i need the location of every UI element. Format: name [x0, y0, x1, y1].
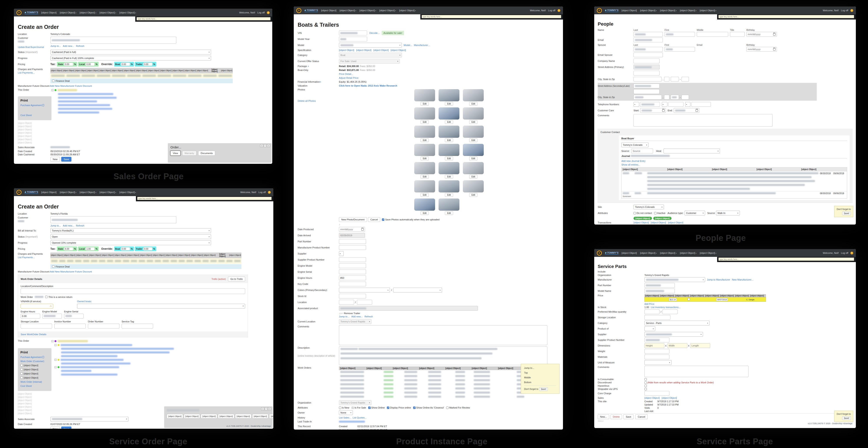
nav-item[interactable]: [object Object] [379, 9, 396, 12]
wo-row[interactable] [339, 391, 526, 395]
trailer-override-input[interactable] [143, 63, 152, 66]
journal-row[interactable]: Sorensen 08/30/2018 09/06/2018 [622, 191, 847, 198]
organization-select[interactable]: Tommy's Grand Rapids▾ [339, 400, 371, 405]
expand-icon[interactable]: ^ [264, 144, 267, 147]
minimize-icon[interactable]: v [260, 144, 263, 147]
spouse-birthday-field[interactable] [748, 48, 765, 50]
materials-input[interactable] [644, 354, 669, 359]
autosave-checkbox[interactable] [382, 218, 384, 221]
trailer-override-input[interactable] [143, 247, 152, 250]
audience-select[interactable]: Customer▾ [685, 211, 705, 215]
tree-collapse-icon[interactable]: − [55, 359, 57, 361]
cancel-upload-button[interactable]: Cancel [368, 217, 380, 222]
print-option-checkbox[interactable] [21, 364, 23, 367]
name-middle-input[interactable] [697, 32, 728, 37]
city-input[interactable] [633, 77, 662, 81]
jump-to-link[interactable]: Jump to... [339, 315, 349, 318]
nav-item[interactable]: [object Object] [399, 9, 416, 12]
save-button[interactable]: Save [61, 426, 71, 429]
purchase-agreement-link[interactable]: Purchase Agreement [21, 356, 49, 358]
show-all-entries-link[interactable]: Show all entries.. [621, 163, 847, 166]
price-from-value[interactable]: 09/07/2019 [716, 298, 728, 301]
street-address-primary-input[interactable] [633, 65, 659, 69]
edit-photo-button[interactable]: Edit [445, 120, 453, 124]
add-new-link[interactable]: Add new... [63, 45, 74, 47]
vin-input[interactable] [339, 31, 367, 35]
engine-hours-input[interactable] [339, 276, 366, 280]
city2-input[interactable] [633, 95, 662, 100]
jump-manufacturer-link[interactable]: Jump to Manufacturer [707, 278, 730, 281]
comments-textarea[interactable] [633, 114, 772, 127]
name-title-input[interactable] [730, 32, 745, 37]
use-fixed-checkbox[interactable] [688, 298, 690, 301]
nada-link[interactable]: Click here to Open Nada: 2013 Axis Wake … [339, 84, 397, 87]
save-button[interactable]: Save [61, 157, 71, 162]
wo-customer-link[interactable]: Work Order (Customer) [21, 360, 49, 363]
new-button[interactable]: New... [598, 414, 609, 419]
widget-button[interactable]: [object Object] [167, 414, 183, 418]
engine-hours-input[interactable] [21, 314, 40, 318]
attribute-checkbox[interactable] [413, 407, 415, 409]
nav-item[interactable]: [object Object] [700, 9, 716, 12]
model-name-input[interactable] [644, 288, 675, 293]
wo-internal-link[interactable]: Work Order (Internal) [21, 381, 49, 383]
state-tax-input[interactable] [64, 63, 73, 66]
engine-model-input[interactable] [339, 263, 366, 268]
spouse-birthday-input[interactable] [746, 47, 777, 51]
list-payments-link[interactable]: List Payments... [18, 71, 50, 74]
nav-item[interactable]: [object Object] [622, 252, 637, 254]
tree-collapse-icon[interactable]: − [55, 366, 57, 368]
edit-photo-button[interactable]: Edit [469, 102, 477, 106]
model-year-input[interactable] [339, 37, 367, 41]
wo-row[interactable] [339, 378, 526, 382]
tree-collapse-icon[interactable]: − [52, 340, 54, 342]
progress-select[interactable]: Cashiered (Paid in Full) 100% complete▾ [50, 56, 211, 61]
logoff-link[interactable]: Log off [841, 9, 848, 12]
boat-override-input[interactable] [121, 63, 130, 66]
engine-serial-input[interactable] [64, 314, 84, 318]
stock-id-input[interactable] [339, 294, 366, 299]
edit-photo-button[interactable]: Edit [469, 157, 477, 160]
nav-item[interactable]: [object Object] [700, 252, 716, 254]
widget-button[interactable]: [object Object] [201, 414, 217, 418]
purchase-agreement-link[interactable]: Purchase Agreement [21, 104, 49, 106]
storage-location-input[interactable] [21, 324, 52, 329]
state2-input[interactable] [664, 95, 669, 100]
nav-item[interactable]: [object Object] [622, 9, 637, 12]
nav-item[interactable]: [object Object] [660, 252, 677, 254]
nav-item[interactable]: [object Object] [640, 9, 657, 12]
date-produced-input[interactable] [339, 227, 365, 232]
nav-item[interactable]: [object Object] [119, 11, 136, 14]
add-price-link[interactable]: Add Price [644, 303, 766, 305]
loc-comment-input[interactable] [21, 288, 245, 294]
list-sales-link[interactable]: List Sales... [339, 416, 351, 419]
spec-link[interactable]: [object Object] [391, 49, 406, 51]
go-to-trello-button[interactable]: Go to Trello [228, 277, 245, 281]
nav-item[interactable]: [object Object] [640, 252, 657, 254]
edit-photo-button[interactable]: Edit [421, 102, 429, 106]
attribute-checkbox[interactable] [446, 407, 448, 409]
help-icon[interactable]: ? [267, 11, 270, 14]
standard-cost-value[interactable]: $12.14 [669, 298, 677, 301]
nav-item[interactable]: [object Object] [360, 9, 376, 12]
attribute-checkbox[interactable] [351, 407, 354, 409]
add-journal-link[interactable]: Add new Journal Entry [621, 160, 847, 162]
nav-item[interactable]: [object Object] [119, 191, 136, 194]
edit-photo-button[interactable]: Edit [469, 138, 477, 142]
hazardous-checkbox[interactable] [644, 385, 647, 387]
location-b-input[interactable] [357, 300, 372, 305]
location-a-input[interactable] [339, 300, 354, 305]
nav-item[interactable]: [object Object] [680, 252, 696, 254]
bill-internal-select[interactable]: Tommy's Florida(FL)▾ [50, 228, 211, 233]
package-expand-link[interactable]: + [308, 65, 309, 67]
nav-item[interactable]: [object Object] [99, 191, 116, 194]
warranty-button[interactable]: Warranty [182, 151, 196, 156]
care-end-input[interactable] [674, 108, 699, 113]
state-input[interactable] [664, 77, 669, 81]
service-tag-input[interactable] [122, 324, 153, 329]
state-tax-input[interactable] [64, 247, 73, 250]
finance-deal-checkbox[interactable] [52, 265, 55, 268]
cost-sheet-link[interactable]: Cost Sheet [21, 114, 49, 116]
progress-select[interactable]: Opened 10% complete▾ [50, 240, 211, 245]
spec-link[interactable]: [object Object] [373, 49, 389, 51]
